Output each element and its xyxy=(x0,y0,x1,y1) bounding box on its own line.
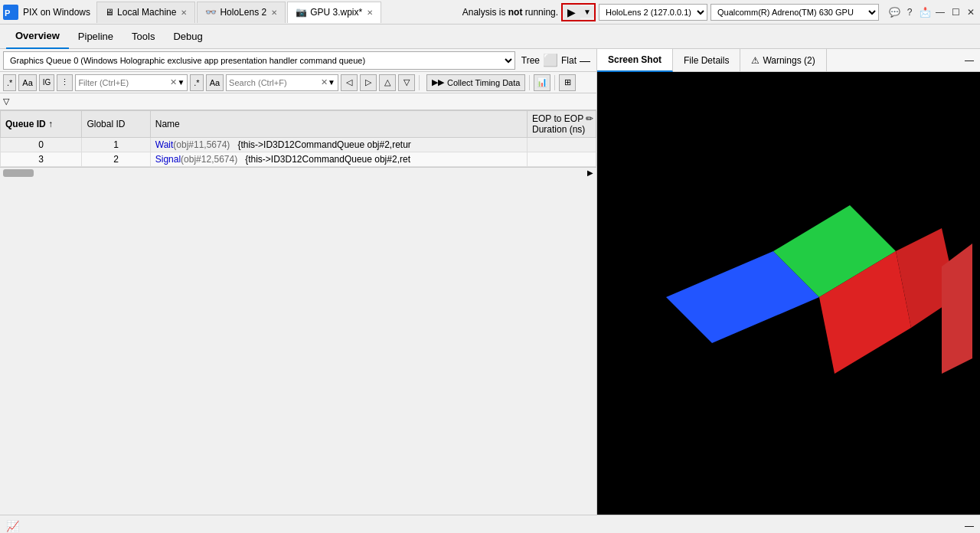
nav-up-btn[interactable]: △ xyxy=(379,74,396,91)
nav-next-btn[interactable]: ▷ xyxy=(360,74,377,91)
timeline-section: 📈 — 0 ns 0 ns 1 ms 2 ms 3 ms 4 ms 5 ms 6… xyxy=(0,515,980,533)
warnings-icon: ⚠ xyxy=(751,55,760,66)
case-filter-btn[interactable]: Aa xyxy=(18,74,36,91)
tab-hololens-close[interactable]: ✕ xyxy=(271,8,277,17)
collect-timing-icon: ▶▶ xyxy=(432,77,444,87)
search-clear-icon[interactable]: ✕ xyxy=(321,77,328,87)
filter-toolbar: .* Aa IG ⋮ ✕ ▼ .* Aa ✕ ▼ ◁ ▷ △ ▽ ▶▶ Co xyxy=(0,72,596,93)
help-icon[interactable]: ? xyxy=(903,6,916,18)
feedback-icon[interactable]: 📩 xyxy=(919,6,931,18)
cell-queue-id: 0 xyxy=(1,138,82,152)
table-row[interactable]: 3 2 Signal(obj#12,5674) {this->ID3D12Com… xyxy=(1,152,596,167)
tab-hololens-icon: 👓 xyxy=(205,7,217,18)
ig-filter-btn[interactable]: IG xyxy=(39,74,55,91)
minimize-window-button[interactable]: — xyxy=(934,6,946,18)
tab-gpu[interactable]: 📷 GPU 3.wpix* ✕ xyxy=(287,2,381,23)
left-panel-minimize[interactable]: — xyxy=(577,54,593,67)
svg-text:P: P xyxy=(5,8,10,18)
cell-name: Wait(obj#11,5674) {this->ID3D12CommandQu… xyxy=(150,138,527,152)
nav-pipeline[interactable]: Pipeline xyxy=(69,25,122,49)
window-controls: 💬 ? 📩 — ☐ ✕ xyxy=(888,6,977,18)
divider-1 xyxy=(419,75,420,90)
cell-eop xyxy=(528,138,596,152)
tab-bar: 🖥 Local Machine ✕ 👓 HoloLens 2 ✕ 📷 GPU 3… xyxy=(96,2,462,23)
cell-name: Signal(obj#12,5674) {this->ID3D12Command… xyxy=(150,152,527,167)
search-regex-btn[interactable]: .* xyxy=(190,74,203,91)
nav-overview[interactable]: Overview xyxy=(6,25,69,49)
device-dropdown[interactable]: HoloLens 2 (127.0.0.1) xyxy=(599,4,707,21)
flat-label: Flat xyxy=(561,55,577,66)
right-tabs: Screen Shot File Details ⚠ Warnings (2) … xyxy=(597,49,980,72)
sub-filter-icon[interactable]: ▽ xyxy=(3,96,9,106)
table-btn[interactable]: ⊞ xyxy=(559,74,576,91)
app-logo: P xyxy=(3,5,18,20)
tab-gpu-close[interactable]: ✕ xyxy=(367,8,373,17)
queue-dropdown[interactable]: Graphics Queue 0 (Windows Holographic ex… xyxy=(3,51,515,70)
cell-global-id: 2 xyxy=(82,152,150,167)
collect-timing-label: Collect Timing Data xyxy=(447,78,520,87)
timeline-chart-icon: 📈 xyxy=(6,520,19,532)
tab-local-close[interactable]: ✕ xyxy=(181,8,187,17)
timeline-header: 📈 — xyxy=(0,515,980,533)
analysis-status-text: Analysis is not running. xyxy=(462,7,558,18)
cell-eop xyxy=(528,152,596,167)
search-dropdown-icon[interactable]: ▼ xyxy=(328,78,335,87)
col-queue-id[interactable]: Queue ID ↑ xyxy=(1,111,82,138)
table-row[interactable]: 0 1 Wait(obj#11,5674) {this->ID3D12Comma… xyxy=(1,138,596,152)
toggle-switch-icon[interactable]: ⬜ xyxy=(543,53,558,67)
timeline-minimize[interactable]: — xyxy=(965,521,974,531)
collect-timing-btn[interactable]: ▶▶ Collect Timing Data xyxy=(426,74,525,91)
sub-toolbar: ▽ xyxy=(0,93,596,110)
tab-hololens-label: HoloLens 2 xyxy=(220,7,266,18)
table-wrap: Queue ID ↑ Global ID Name EOP to EOPDura… xyxy=(0,110,596,167)
funnel-filter-btn[interactable]: ⋮ xyxy=(57,74,73,91)
run-button-group[interactable]: ▶ ▼ xyxy=(561,3,596,21)
filter-clear-icon[interactable]: ✕ xyxy=(170,77,177,87)
tab-screenshot[interactable]: Screen Shot xyxy=(597,49,673,72)
comment-icon[interactable]: 💬 xyxy=(888,6,900,18)
data-table: Queue ID ↑ Global ID Name EOP to EOPDura… xyxy=(0,110,596,167)
tab-gpu-icon: 📷 xyxy=(296,7,307,18)
edit-pencil-icon[interactable]: ✏ xyxy=(586,113,593,124)
tab-local[interactable]: 🖥 Local Machine ✕ xyxy=(96,2,195,23)
regex-filter-btn[interactable]: .* xyxy=(3,74,16,91)
scroll-right-arrow[interactable]: ▶ xyxy=(587,168,593,177)
nav-down-btn[interactable]: ▽ xyxy=(398,74,415,91)
title-bar-controls: Analysis is not running. ▶ ▼ HoloLens 2 … xyxy=(462,3,977,21)
queue-toolbar: Graphics Queue 0 (Windows Holographic ex… xyxy=(0,49,596,72)
nav-prev-btn[interactable]: ◁ xyxy=(341,74,358,91)
tree-label: Tree xyxy=(521,55,540,66)
col-name[interactable]: Name xyxy=(150,111,527,138)
h-scroll-thumb[interactable] xyxy=(3,169,34,177)
nav-debug[interactable]: Debug xyxy=(164,25,211,49)
maximize-window-button[interactable]: ☐ xyxy=(949,6,962,18)
tab-file-details[interactable]: File Details xyxy=(673,49,740,72)
screenshot-svg xyxy=(605,144,972,443)
gpu-dropdown[interactable]: Qualcomm(R) Adreno(TM) 630 GPU xyxy=(710,4,879,21)
tab-local-icon: 🖥 xyxy=(105,7,114,18)
filter-dropdown-icon[interactable]: ▼ xyxy=(177,78,185,87)
search-input[interactable] xyxy=(229,78,321,87)
right-panel-minimize[interactable]: — xyxy=(959,55,980,66)
app-title: PIX on Windows xyxy=(23,7,90,18)
screenshot-tab-label: Screen Shot xyxy=(608,54,662,65)
tab-hololens[interactable]: 👓 HoloLens 2 ✕ xyxy=(197,2,286,23)
file-details-tab-label: File Details xyxy=(684,55,729,66)
cell-global-id: 1 xyxy=(82,138,150,152)
title-bar: P PIX on Windows 🖥 Local Machine ✕ 👓 Hol… xyxy=(0,0,980,25)
run-play-button[interactable]: ▶ xyxy=(563,5,580,20)
warnings-tab-label: Warnings (2) xyxy=(763,55,815,66)
run-dropdown-button[interactable]: ▼ xyxy=(580,6,594,18)
close-window-button[interactable]: ✕ xyxy=(965,6,977,18)
tab-warnings[interactable]: ⚠ Warnings (2) xyxy=(740,49,826,72)
col-global-id[interactable]: Global ID xyxy=(82,111,150,138)
main-content: Graphics Queue 0 (Windows Holographic ex… xyxy=(0,49,980,515)
filter-input-wrap: ✕ ▼ xyxy=(75,74,188,91)
filter-input[interactable] xyxy=(78,78,170,87)
cell-queue-id: 3 xyxy=(1,152,82,167)
search-case-btn[interactable]: Aa xyxy=(206,74,224,91)
tree-flat-toggle: Tree ⬜ Flat xyxy=(521,53,577,67)
chart-btn[interactable]: 📊 xyxy=(534,74,550,91)
nav-tools[interactable]: Tools xyxy=(122,25,164,49)
h-scroll-area[interactable]: ▶ xyxy=(0,167,596,178)
